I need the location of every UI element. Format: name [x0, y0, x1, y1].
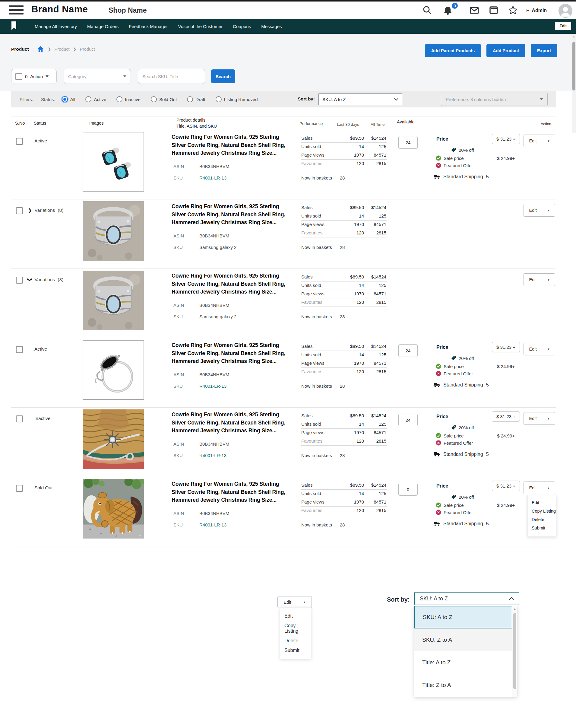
menu-item-submit[interactable]: Submit	[528, 524, 556, 532]
product-title[interactable]: Cowrie Ring For Women Girls, 925 Sterlin…	[172, 272, 293, 296]
menu-item-edit[interactable]: Edit	[280, 611, 311, 621]
menu-item-copy-listing[interactable]: Copy Listing	[280, 621, 311, 636]
home-icon[interactable]	[37, 46, 44, 53]
nav-item[interactable]: Messages	[261, 24, 282, 29]
menu-item-copy-listing[interactable]: Copy Listing	[528, 507, 556, 515]
sort-option[interactable]: SKU: A to Z	[414, 606, 512, 628]
available-input[interactable]	[398, 344, 418, 357]
scrollbar-thumb[interactable]	[572, 41, 575, 90]
preference-dropdown[interactable]: Preference: 8 columns hidden	[441, 93, 548, 106]
sku-value[interactable]: R4001-LR-13	[199, 453, 227, 458]
nav-item[interactable]: Feedback Manager	[129, 24, 168, 29]
radio-icon[interactable]	[215, 96, 222, 102]
row-checkbox[interactable]	[16, 138, 23, 145]
price-value[interactable]: $ 31.23 +	[492, 411, 520, 422]
price-value[interactable]: $ 31.23 +	[492, 134, 520, 144]
radio-icon[interactable]	[151, 96, 157, 102]
nav-item[interactable]: Voice of the Customer	[178, 24, 223, 29]
sku-value[interactable]: Samsung galaxy 2	[199, 245, 236, 250]
edit-button[interactable]: Edit	[524, 343, 542, 355]
scrollbar-thumb[interactable]	[513, 613, 516, 689]
menu-item-delete[interactable]: Delete	[528, 515, 556, 524]
edit-button[interactable]: Edit	[524, 204, 542, 216]
available-input[interactable]	[398, 483, 418, 496]
menu-item-submit[interactable]: Submit	[280, 646, 311, 655]
product-title[interactable]: Cowrie Ring For Women Girls, 925 Sterlin…	[172, 202, 293, 227]
search-icon[interactable]	[422, 5, 432, 16]
variations-toggle[interactable]: Variations (8)	[28, 207, 63, 213]
breadcrumb-item[interactable]: Product	[80, 47, 95, 52]
status-filter-inactive[interactable]: Inactive	[116, 96, 141, 102]
product-image[interactable]	[83, 479, 144, 538]
nav-item[interactable]: Manage All Inventory	[35, 24, 77, 29]
sku-value[interactable]: R4001-LR-13	[199, 384, 227, 389]
edit-dropdown-toggle[interactable]	[542, 482, 555, 494]
sku-value[interactable]: R4001-LR-13	[199, 175, 227, 180]
price-value[interactable]: $ 31.23 +	[492, 342, 520, 353]
nav-edit-button[interactable]: Edit	[555, 22, 571, 30]
sort-by-select-open[interactable]: SKU: A to Z	[414, 592, 519, 605]
row-checkbox[interactable]	[16, 415, 23, 422]
edit-dropdown-toggle[interactable]	[297, 596, 312, 608]
sku-value[interactable]: R4001-LR-13	[199, 522, 227, 527]
row-checkbox[interactable]	[16, 485, 23, 492]
status-filter-draft[interactable]: Draft	[187, 96, 205, 102]
edit-dropdown-toggle[interactable]	[542, 413, 555, 424]
select-all-checkbox[interactable]	[16, 73, 22, 80]
menu-item-edit[interactable]: Edit	[528, 498, 556, 507]
product-image[interactable]	[83, 410, 144, 469]
scroll-up-arrow-icon[interactable]: ▲	[572, 34, 576, 38]
star-icon[interactable]	[508, 5, 518, 16]
edit-dropdown-toggle[interactable]	[542, 274, 555, 286]
edit-button[interactable]: Edit	[524, 135, 542, 147]
available-input[interactable]	[398, 136, 418, 149]
radio-icon[interactable]	[116, 96, 122, 102]
search-input[interactable]	[138, 69, 205, 84]
bulk-action-dropdown[interactable]: 0 Action	[11, 69, 57, 84]
radio-icon[interactable]	[187, 96, 193, 102]
menu-item-delete[interactable]: Delete	[280, 636, 311, 646]
edit-button[interactable]: Edit	[524, 274, 542, 286]
status-filter-listing-removed[interactable]: Listing Removed	[215, 96, 258, 102]
category-dropdown[interactable]: Category	[64, 69, 131, 84]
panel-scrollbar[interactable]: ▲	[512, 606, 517, 697]
row-checkbox[interactable]	[16, 346, 23, 353]
export-button[interactable]: Export	[531, 44, 557, 57]
product-title[interactable]: Cowrie Ring For Women Girls, 925 Sterlin…	[172, 480, 293, 504]
sort-option[interactable]: Title: A to Z	[414, 651, 512, 674]
product-title[interactable]: Cowrie Ring For Women Girls, 925 Sterlin…	[172, 133, 293, 157]
available-input[interactable]	[398, 414, 418, 426]
avatar[interactable]	[558, 4, 572, 18]
bookmark-icon[interactable]	[11, 21, 17, 30]
status-filter-all[interactable]: All	[62, 96, 76, 102]
product-title[interactable]: Cowrie Ring For Women Girls, 925 Sterlin…	[172, 341, 293, 365]
mail-icon[interactable]	[469, 5, 480, 16]
breadcrumb-item[interactable]: Product	[55, 47, 70, 52]
product-image[interactable]	[83, 271, 144, 330]
page-scrollbar[interactable]: ▲	[572, 34, 576, 133]
notification-count-badge[interactable]: 3	[451, 2, 458, 9]
product-title[interactable]: Cowrie Ring For Women Girls, 925 Sterlin…	[172, 411, 293, 435]
sku-value[interactable]: Samsung galaxy 2	[199, 314, 236, 319]
nav-item[interactable]: Manage Orders	[87, 24, 118, 29]
edit-button[interactable]: Edit	[524, 413, 542, 424]
row-checkbox[interactable]	[16, 207, 23, 214]
variations-toggle[interactable]: Variations (8)	[28, 277, 63, 282]
price-value[interactable]: $ 31.23 +	[492, 481, 520, 491]
row-checkbox[interactable]	[16, 277, 23, 284]
edit-button[interactable]: Edit	[524, 482, 542, 494]
product-image[interactable]	[83, 340, 144, 400]
scroll-up-arrow-icon[interactable]: ▲	[512, 606, 517, 610]
product-image[interactable]	[83, 132, 144, 192]
nav-item[interactable]: Coupons	[233, 24, 251, 29]
add-product-button[interactable]: Add Product	[486, 44, 525, 57]
hamburger-menu-icon[interactable]	[9, 5, 24, 16]
sort-option[interactable]: SKU: Z to A	[414, 628, 512, 651]
add-parent-products-button[interactable]: Add Parent Products	[425, 44, 481, 57]
search-button[interactable]: Search	[211, 69, 235, 83]
radio-icon[interactable]	[62, 96, 68, 102]
status-filter-sold-out[interactable]: Sold Out	[151, 96, 177, 102]
sort-by-select[interactable]: SKU: A to Z	[318, 93, 402, 105]
product-image[interactable]	[83, 201, 144, 261]
sort-option[interactable]: Title: Z to A	[414, 674, 512, 696]
